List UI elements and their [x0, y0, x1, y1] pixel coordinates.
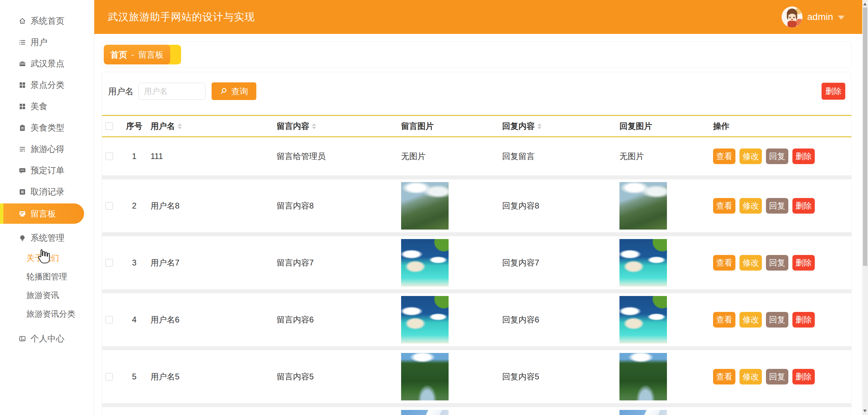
scrollbar[interactable]	[862, 0, 868, 415]
username-filter-label: 用户名	[108, 86, 134, 97]
row-checkbox[interactable]	[105, 373, 113, 380]
beach-photo-thumbnail[interactable]	[619, 239, 667, 286]
cell-username: 用户名6	[146, 314, 268, 325]
reply-row-button[interactable]: 回复	[766, 255, 788, 271]
avatar[interactable]	[782, 6, 803, 27]
row-checkbox[interactable]	[105, 153, 113, 160]
column-header: 回复图片	[607, 118, 706, 134]
sidebar-item[interactable]: 预定订单	[0, 160, 94, 181]
users-list-icon	[18, 38, 26, 46]
scroll-down-icon[interactable]	[863, 410, 867, 412]
column-header: 留言图片	[390, 118, 489, 134]
cell-actions: 查看修改回复删除	[706, 198, 851, 214]
snow-photo-thumbnail[interactable]	[619, 410, 667, 415]
sidebar-item[interactable]: 用户	[0, 32, 94, 53]
beach-photo-thumbnail[interactable]	[401, 239, 449, 286]
row-checkbox[interactable]	[105, 316, 113, 323]
username-filter-input[interactable]	[138, 83, 205, 100]
scroll-up-icon[interactable]	[863, 3, 867, 5]
column-header[interactable]: 留言内容	[268, 121, 390, 132]
cell-message-image	[390, 350, 489, 403]
reply-row-button[interactable]: 回复	[766, 198, 788, 214]
sidebar-item[interactable]: 景点分类	[0, 74, 94, 96]
batch-delete-button[interactable]: 删除	[822, 83, 845, 100]
sidebar-item[interactable]: 系统首页	[0, 10, 94, 32]
sidebar-item[interactable]: 旅游心得	[0, 138, 94, 160]
sidebar-subitem[interactable]: 轮播图管理	[0, 267, 94, 286]
profile-icon	[18, 335, 26, 343]
delete-row-button[interactable]: 删除	[792, 312, 815, 328]
reply-row-button[interactable]: 回复	[766, 149, 788, 164]
sidebar-item[interactable]: 系统管理	[0, 227, 94, 249]
sidebar-item-label: 武汉景点	[31, 58, 64, 69]
sidebar-subitem[interactable]: 关于我们	[0, 249, 94, 267]
reply-row-button[interactable]: 回复	[766, 369, 788, 384]
mountain-photo-thumbnail[interactable]	[401, 182, 449, 230]
forest-photo-thumbnail[interactable]	[401, 353, 449, 400]
notes-icon	[18, 145, 26, 153]
view-row-button[interactable]: 查看	[713, 198, 735, 214]
sort-arrows-icon[interactable]	[312, 123, 316, 129]
sort-arrows-icon[interactable]	[537, 123, 541, 129]
view-row-button[interactable]: 查看	[713, 369, 735, 384]
breadcrumb-home[interactable]: 首页	[110, 49, 127, 60]
sidebar-subitem[interactable]: 旅游资讯分类	[0, 304, 94, 323]
snow-photo-thumbnail[interactable]	[401, 410, 449, 415]
beach-photo-thumbnail[interactable]	[619, 296, 667, 343]
cell-index: 1	[122, 152, 146, 161]
edit-row-button[interactable]: 修改	[739, 198, 762, 214]
content-area: 首页 - 留言板 用户名 查询 删除 序号用户名留言内容留言图	[94, 34, 862, 415]
sidebar-item[interactable]: 美食	[0, 96, 94, 117]
cell-reply-image	[607, 293, 706, 346]
sidebar-item[interactable]: 武汉景点	[0, 53, 94, 74]
home-icon	[18, 17, 26, 25]
delete-row-button[interactable]: 删除	[792, 369, 815, 384]
reply-row-button[interactable]: 回复	[766, 312, 788, 328]
sort-arrows-icon[interactable]	[178, 123, 182, 129]
cancel-icon	[18, 188, 26, 196]
view-row-button[interactable]: 查看	[713, 149, 735, 164]
beach-photo-thumbnail[interactable]	[401, 296, 449, 343]
scrollbar-thumb[interactable]	[863, 7, 867, 266]
cell-message-image	[390, 179, 489, 232]
mountain-photo-thumbnail[interactable]	[619, 182, 667, 230]
cell-message-image	[390, 407, 489, 415]
breadcrumb: 首页 - 留言板	[104, 45, 181, 64]
delete-row-button[interactable]: 删除	[792, 149, 815, 164]
cell-username: 用户名7	[146, 257, 268, 268]
edit-row-button[interactable]: 修改	[739, 312, 762, 328]
select-all-checkbox[interactable]	[105, 122, 113, 130]
table-row: 2 用户名8 留言内容8 回复内容8 查看修改回复删除	[102, 179, 851, 232]
grid-icon	[18, 81, 26, 89]
sidebar-item[interactable]: 留言板	[0, 203, 84, 224]
user-menu[interactable]: admin	[782, 6, 845, 27]
view-row-button[interactable]: 查看	[713, 255, 735, 271]
username-label: admin	[807, 12, 833, 22]
table-header: 序号用户名留言内容留言图片回复内容回复图片操作	[102, 115, 851, 137]
forest-photo-thumbnail[interactable]	[619, 353, 667, 400]
cell-message-image	[390, 236, 489, 289]
edit-row-button[interactable]: 修改	[739, 149, 762, 164]
search-button[interactable]: 查询	[212, 82, 256, 100]
sidebar-item[interactable]: 取消记录	[0, 181, 94, 202]
view-row-button[interactable]: 查看	[713, 312, 735, 328]
delete-row-button[interactable]: 删除	[792, 255, 815, 271]
sidebar-menu: 系统首页 用户 武汉景点 景点分类 美食 美食类型 旅游心得 预定订单 取消记录…	[0, 0, 94, 349]
cell-reply-content: 回复内容6	[489, 314, 607, 325]
delete-row-button[interactable]: 删除	[792, 198, 815, 214]
cell-reply-content: 回复内容5	[489, 371, 607, 382]
breadcrumb-current: 留言板	[138, 49, 164, 60]
sidebar-item-label: 预定订单	[31, 165, 64, 176]
cell-actions: 查看修改回复删除	[706, 312, 851, 328]
row-checkbox[interactable]	[105, 259, 113, 266]
column-header[interactable]: 用户名	[146, 121, 268, 132]
column-header[interactable]: 回复内容	[489, 121, 607, 132]
sidebar-item[interactable]: 美食类型	[0, 117, 94, 138]
sidebar-subitem[interactable]: 旅游资讯	[0, 286, 94, 304]
edit-row-button[interactable]: 修改	[739, 369, 762, 384]
row-checkbox[interactable]	[105, 202, 113, 210]
sidebar-item-label: 美食类型	[31, 122, 64, 133]
cell-index: 3	[122, 258, 146, 268]
edit-row-button[interactable]: 修改	[739, 255, 762, 271]
sidebar-item[interactable]: 个人中心	[0, 328, 94, 349]
